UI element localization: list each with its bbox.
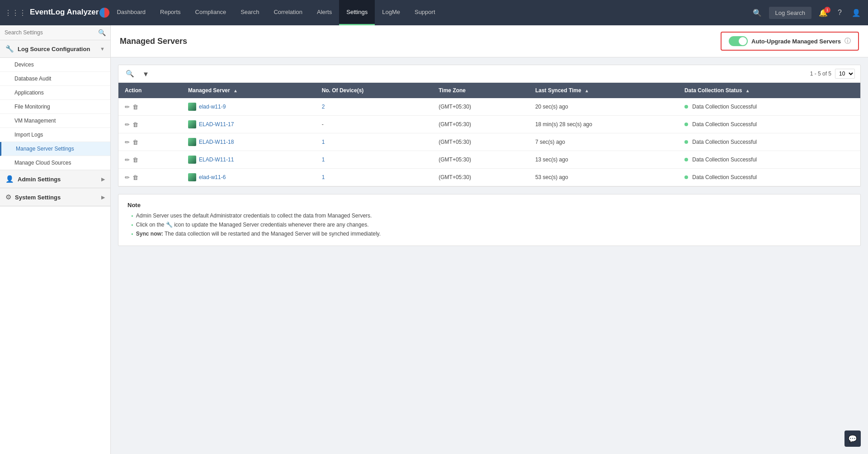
note-item-1: Admin Server uses the default Administra…	[131, 211, 851, 220]
nav-alerts[interactable]: Alerts	[310, 0, 339, 25]
nav-reports[interactable]: Reports	[153, 0, 188, 25]
app-logo: EventLog Analyzer	[30, 8, 109, 18]
log-search-button[interactable]: Log Search	[769, 7, 812, 19]
nav-support[interactable]: Support	[407, 0, 443, 25]
logo-area: ⋮⋮⋮ EventLog Analyzer	[5, 8, 109, 18]
toggle-slider	[729, 36, 748, 46]
server-name: elad-w11-6	[199, 174, 226, 180]
status-dot	[684, 105, 688, 109]
search-settings-input[interactable]	[5, 29, 98, 36]
table-body: ✏ 🗑 elad-w11-9 2 (GMT+05:30) 20 sec(s) a…	[118, 98, 860, 186]
delete-icon[interactable]: 🗑	[132, 156, 138, 163]
nav-dashboard[interactable]: Dashboard	[109, 0, 153, 25]
log-source-config-header[interactable]: 🔧 Log Source Configuration ▼	[0, 40, 110, 58]
auto-upgrade-label: Auto-Upgrade Managed Servers	[751, 38, 841, 45]
delete-icon[interactable]: 🗑	[132, 174, 138, 181]
sort-icon-synced: ▲	[585, 88, 589, 93]
device-count[interactable]: 1	[322, 139, 325, 145]
sidebar-item-devices[interactable]: Devices	[0, 58, 110, 72]
note-item-2: Click on the 🔧 icon to update the Manage…	[131, 220, 851, 229]
nav-search[interactable]: Search	[233, 0, 266, 25]
sidebar-item-manage-cloud-sources[interactable]: Manage Cloud Sources	[0, 156, 110, 170]
auto-upgrade-toggle[interactable]	[729, 36, 748, 46]
server-name-cell: ELAD-W11-18	[182, 133, 316, 151]
sidebar-search-box[interactable]: 🔍	[0, 25, 110, 40]
sidebar-item-manage-server-settings[interactable]: Manage Server Settings	[0, 142, 110, 156]
col-managed-server[interactable]: Managed Server ▲	[182, 83, 316, 98]
auto-upgrade-help-icon[interactable]: ⓘ	[844, 37, 851, 45]
nav-logme[interactable]: LogMe	[375, 0, 407, 25]
sidebar-item-applications[interactable]: Applications	[0, 86, 110, 100]
action-cell: ✏ 🗑	[118, 116, 182, 133]
chevron-right-icon: ▶	[101, 176, 105, 182]
per-page-select[interactable]: 10 25 50	[835, 69, 855, 79]
table-row: ✏ 🗑 ELAD-W11-11 1 (GMT+05:30) 13 sec(s) …	[118, 151, 860, 169]
device-count[interactable]: 1	[322, 174, 325, 180]
app-name: EventLog Analyzer	[30, 8, 99, 16]
system-settings-header[interactable]: ⚙ System Settings ▶	[0, 189, 110, 206]
status-dot	[684, 158, 688, 161]
server-link[interactable]: elad-w11-9	[188, 103, 309, 111]
server-icon	[188, 138, 196, 146]
edit-icon[interactable]: ✏	[125, 174, 130, 181]
delete-icon[interactable]: 🗑	[132, 104, 138, 110]
status-text: Data Collection Successful	[692, 121, 757, 128]
note-list: Admin Server uses the default Administra…	[127, 211, 851, 238]
status-cell: Data Collection Successful	[678, 116, 860, 133]
device-count[interactable]: 2	[322, 104, 325, 110]
edit-icon[interactable]: ✏	[125, 104, 130, 110]
last-synced-cell: 13 sec(s) ago	[529, 151, 678, 169]
nav-compliance[interactable]: Compliance	[188, 0, 234, 25]
person-icon: 👤	[5, 175, 14, 183]
auto-upgrade-box: Auto-Upgrade Managed Servers ⓘ	[721, 32, 859, 51]
server-link[interactable]: elad-w11-6	[188, 173, 309, 181]
server-link[interactable]: ELAD-W11-18	[188, 138, 309, 146]
sync-now-label: Sync now:	[136, 231, 163, 237]
nav-correlation[interactable]: Correlation	[266, 0, 310, 25]
sidebar-item-vm-management[interactable]: VM Management	[0, 114, 110, 128]
notification-btn[interactable]: 🔔 1	[816, 7, 830, 19]
search-top-btn[interactable]: 🔍	[750, 7, 764, 19]
delete-icon[interactable]: 🗑	[132, 121, 138, 128]
delete-icon[interactable]: 🗑	[132, 139, 138, 146]
table-filter-btn[interactable]: ▼	[141, 69, 151, 79]
table-search-btn[interactable]: 🔍	[124, 69, 136, 79]
sidebar-item-database-audit[interactable]: Database Audit	[0, 72, 110, 86]
server-name-cell: ELAD-W11-11	[182, 151, 316, 169]
user-btn[interactable]: 👤	[849, 7, 863, 19]
sidebar-item-import-logs[interactable]: Import Logs	[0, 128, 110, 142]
server-icon	[188, 156, 196, 164]
table-row: ✏ 🗑 ELAD-W11-18 1 (GMT+05:30) 7 sec(s) a…	[118, 133, 860, 151]
sidebar-section-system: ⚙ System Settings ▶	[0, 189, 110, 207]
chat-button[interactable]: 💬	[844, 430, 861, 447]
table-row: ✏ 🗑 elad-w11-6 1 (GMT+05:30) 53 sec(s) a…	[118, 169, 860, 186]
status-cell: Data Collection Successful	[678, 133, 860, 151]
server-link[interactable]: ELAD-W11-17	[188, 120, 309, 128]
status-cell: Data Collection Successful	[678, 151, 860, 169]
pagination-info: 1 - 5 of 5	[810, 71, 831, 77]
edit-icon[interactable]: ✏	[125, 121, 130, 128]
table-toolbar-left: 🔍 ▼	[124, 69, 151, 79]
edit-icon[interactable]: ✏	[125, 156, 130, 163]
devices-cell: 1	[316, 133, 433, 151]
help-btn[interactable]: ?	[835, 7, 844, 19]
server-link[interactable]: ELAD-W11-11	[188, 156, 309, 164]
table-toolbar-right: 1 - 5 of 5 10 25 50	[810, 69, 855, 79]
action-icons: ✏ 🗑	[125, 174, 175, 181]
status-cell: Data Collection Successful	[678, 169, 860, 186]
col-data-collection-status[interactable]: Data Collection Status ▲	[678, 83, 860, 98]
grid-icon[interactable]: ⋮⋮⋮	[5, 9, 26, 17]
edit-icon[interactable]: ✏	[125, 139, 130, 146]
admin-settings-header[interactable]: 👤 Admin Settings ▶	[0, 170, 110, 188]
sidebar-item-file-monitoring[interactable]: File Monitoring	[0, 100, 110, 114]
device-count[interactable]: 1	[322, 156, 325, 163]
col-last-synced[interactable]: Last Synced Time ▲	[529, 83, 678, 98]
action-cell: ✏ 🗑	[118, 151, 182, 169]
devices-cell: 2	[316, 98, 433, 116]
nav-settings[interactable]: Settings	[339, 0, 375, 25]
status-text: Data Collection Successful	[692, 104, 757, 110]
content-header: Managed Servers Auto-Upgrade Managed Ser…	[111, 25, 868, 57]
system-settings-label: System Settings	[15, 194, 98, 201]
server-name: ELAD-W11-17	[199, 121, 234, 128]
last-synced-cell: 7 sec(s) ago	[529, 133, 678, 151]
